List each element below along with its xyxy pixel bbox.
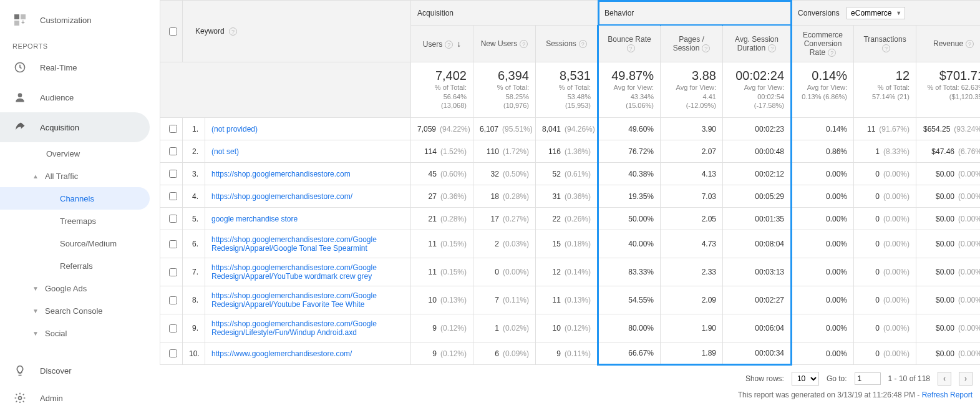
help-icon[interactable]: ? [768,44,776,52]
keyword-cell[interactable]: https://shop.googlemerchandisestore.com/… [205,286,411,314]
row-checkbox-cell[interactable] [160,118,183,140]
keyword-link[interactable]: https://shop.googlemerchandisestore.com/… [211,319,404,337]
help-icon[interactable]: ? [828,49,836,57]
row-checkbox[interactable] [169,268,177,276]
row-checkbox-cell[interactable] [160,185,183,208]
sidebar-sub-social[interactable]: ▼ Social [0,322,150,344]
keyword-link[interactable]: https://shop.googlemerchandisestore.com/ [211,192,352,201]
sidebar-item-realtime[interactable]: Real-Time [0,52,150,82]
refresh-report-link[interactable]: Refresh Report [922,391,973,399]
select-all-header[interactable] [160,1,183,62]
sidebar-sub-google-ads[interactable]: ▼ Google Ads [0,277,150,299]
keyword-cell[interactable]: https://shop.googlemerchandisestore.com/ [205,185,411,208]
sidebar-item-discover[interactable]: Discover [0,357,150,384]
help-icon[interactable]: ? [702,44,710,52]
keyword-cell[interactable]: (not provided) [205,118,411,140]
sidebar-sub-referrals[interactable]: Referrals [0,255,150,277]
keyword-link[interactable]: google merchandise store [211,215,298,223]
report-generated-note: This report was generated on 3/13/19 at … [160,388,978,403]
group-behavior: Behavior [598,1,792,26]
sidebar-sub-all-traffic[interactable]: ▲ All Traffic [0,165,150,187]
help-icon[interactable]: ? [882,44,890,52]
row-checkbox-cell[interactable] [160,163,183,185]
row-checkbox-cell[interactable] [160,258,183,286]
cell-transactions: 0(0.00%) [854,163,916,185]
select-all-checkbox[interactable] [169,27,177,36]
keyword-link[interactable]: https://shop.googlemerchandisestore.com/… [211,235,404,253]
sidebar-sub-overview[interactable]: Overview [0,142,150,165]
keyword-cell[interactable]: https://shop.googlemerchandisestore.com/… [205,258,411,286]
keyword-link[interactable]: https://www.googlemerchandisestore.com/ [211,349,352,358]
row-checkbox-cell[interactable] [160,286,183,314]
row-checkbox-cell[interactable] [160,342,183,365]
col-sessions[interactable]: Sessions? [536,26,598,62]
row-checkbox[interactable] [169,147,177,155]
next-page-button[interactable]: › [959,372,973,386]
sidebar-sub-treemaps[interactable]: Treemaps [0,210,150,232]
sidebar-item-audience[interactable]: Audience [0,82,150,112]
summary-sessions: 8,531% of Total:53.48% (15,953) [536,62,598,118]
keyword-cell[interactable]: https://www.googlemerchandisestore.com/ [205,342,411,365]
sidebar-item-admin[interactable]: Admin [0,384,150,403]
col-new-users[interactable]: New Users? [473,26,536,62]
keyword-link[interactable]: https://shop.googlemerchandisestore.com/… [211,263,404,281]
col-transactions[interactable]: Transactions? [854,26,916,62]
cell-new-users: 7(0.11%) [473,286,536,314]
row-checkbox[interactable] [169,215,177,223]
dashboard-icon: + [12,12,27,27]
cell-bounce-rate: 40.00% [598,230,661,258]
col-pages-per-session[interactable]: Pages / Session? [661,26,723,62]
keyword-link[interactable]: (not set) [211,147,239,156]
help-icon[interactable]: ? [229,27,237,36]
row-checkbox-cell[interactable] [160,230,183,258]
help-icon[interactable]: ? [966,40,974,48]
keyword-cell[interactable]: https://shop.googlemerchandisestore.com [205,163,411,185]
sidebar-item-acquisition[interactable]: Acquisition [0,112,150,142]
clock-icon [12,60,27,75]
cell-revenue: $0.00(0.00%) [916,342,980,365]
keyword-cell[interactable]: (not set) [205,140,411,163]
table-footer: Show rows: 10 Go to: 1 - 10 of 118 ‹ › [160,366,978,388]
keyword-cell[interactable]: google merchandise store [205,208,411,230]
help-icon[interactable]: ? [520,40,528,48]
keyword-link[interactable]: https://shop.googlemerchandisestore.com [211,170,351,178]
help-icon[interactable]: ? [579,40,587,48]
dimension-header[interactable]: Keyword ? [183,1,411,62]
cell-sessions: 10(0.12%) [536,314,598,342]
chevron-up-icon: ▲ [32,173,45,180]
row-checkbox[interactable] [169,324,177,333]
cell-ecr: 0.00% [792,230,854,258]
prev-page-button[interactable]: ‹ [938,372,951,386]
row-checkbox[interactable] [169,125,177,133]
keyword-cell[interactable]: https://shop.googlemerchandisestore.com/… [205,230,411,258]
row-checkbox[interactable] [169,192,177,200]
sidebar-sub-channels[interactable]: Channels [0,187,150,210]
col-bounce-rate[interactable]: Bounce Rate? [598,26,661,62]
col-users[interactable]: Users?↓ [411,26,473,62]
row-checkbox[interactable] [169,240,177,248]
sidebar-sub-search-console[interactable]: ▼ Search Console [0,299,150,322]
help-icon[interactable]: ? [445,41,453,49]
col-ecom-conv-rate[interactable]: Ecommerce Conversion Rate? [792,26,854,62]
row-checkbox[interactable] [169,349,177,357]
row-checkbox[interactable] [169,296,177,304]
show-rows-select[interactable]: 10 [792,372,819,386]
keyword-cell[interactable]: https://shop.googlemerchandisestore.com/… [205,314,411,342]
col-avg-session-duration[interactable]: Avg. Session Duration? [723,26,792,62]
row-checkbox-cell[interactable] [160,314,183,342]
row-checkbox-cell[interactable] [160,140,183,163]
keyword-link[interactable]: https://shop.googlemerchandisestore.com/… [211,291,404,309]
col-revenue[interactable]: Revenue? [916,26,980,62]
conversions-segment-select[interactable]: eCommerce [847,7,905,19]
cell-new-users: 1(0.02%) [473,314,536,342]
cell-bounce-rate: 80.00% [598,314,661,342]
help-icon[interactable]: ? [627,44,635,52]
row-checkbox[interactable] [169,170,177,178]
sidebar-item-label: All Traffic [45,172,78,181]
sidebar-sub-source-medium[interactable]: Source/Medium [0,232,150,255]
cell-ecr: 0.00% [792,258,854,286]
goto-input[interactable] [855,372,881,385]
sidebar-item-customization[interactable]: + Customization [0,5,150,35]
row-checkbox-cell[interactable] [160,208,183,230]
keyword-link[interactable]: (not provided) [211,125,258,134]
